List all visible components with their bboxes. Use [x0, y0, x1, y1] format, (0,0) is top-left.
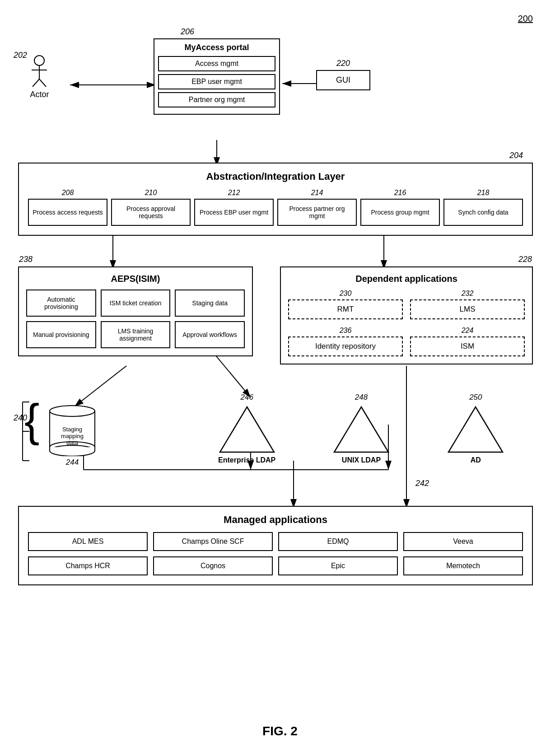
svg-marker-38 — [220, 407, 274, 452]
dep-app-wrap-1: 232 LMS — [410, 290, 525, 319]
abstraction-item-wrap-3: 214 Process partner org mgmt — [277, 189, 357, 226]
abstraction-layer: 204 Abstraction/Integration Layer 208 Pr… — [18, 163, 533, 236]
aeps-item-5: Approval workflows — [175, 321, 245, 348]
actor-label: Actor — [30, 90, 49, 99]
svg-line-15 — [75, 366, 126, 406]
dep-app-wrap-2: 236 Identity repository — [288, 327, 403, 356]
svg-rect-32 — [50, 447, 95, 451]
cylinder-wrap: Staging mapping data 244 — [41, 402, 104, 467]
dep-apps-ref: 228 — [518, 255, 532, 264]
dep-app-ref-0: 230 — [340, 290, 352, 298]
dep-app-wrap-3: 224 ISM — [410, 327, 525, 356]
abstraction-item-3: Process partner org mgmt — [277, 199, 357, 226]
aeps-grid: Automatic provisioning ISM ticket creati… — [26, 290, 245, 348]
abstraction-title: Abstraction/Integration Layer — [28, 171, 523, 182]
managed-apps-container: Managed applications ADL MES Champs Olin… — [18, 506, 533, 585]
aeps-title: AEPS(ISIM) — [26, 274, 245, 284]
managed-item-4: Champs HCR — [28, 556, 148, 575]
svg-line-4 — [39, 79, 46, 87]
abstraction-ref: 204 — [509, 151, 523, 160]
managed-apps-title: Managed applications — [28, 514, 523, 526]
myaccess-item-3: Partner org mgmt — [158, 92, 275, 107]
dep-app-ref-1: 232 — [462, 290, 474, 298]
abstraction-item-ref-5: 218 — [477, 189, 490, 197]
ldap-ad-triangle — [446, 405, 505, 454]
arrows-overlay — [0, 0, 560, 752]
gui-box: GUI — [316, 70, 370, 90]
aeps-item-1: ISM ticket creation — [101, 290, 171, 317]
svg-text:mapping: mapping — [61, 433, 84, 439]
actor-ref: 202 — [14, 51, 27, 60]
ldap-ad: 250 AD — [446, 393, 505, 464]
dep-app-box-3: ISM — [410, 336, 525, 356]
gui-ref: 220 — [316, 59, 370, 68]
actor-icon — [27, 54, 52, 88]
managed-item-0: ADL MES — [28, 532, 148, 551]
managed-apps-grid: ADL MES Champs Oline SCF EDMQ Veeva Cham… — [28, 532, 523, 575]
abstraction-item-ref-3: 214 — [311, 189, 323, 197]
ldap-group-ref: 242 — [415, 479, 429, 488]
abstraction-item-ref-4: 216 — [394, 189, 406, 197]
abstraction-items: 208 Process access requests 210 Process … — [28, 189, 523, 226]
ldap-unix-triangle — [332, 405, 391, 454]
ldap-ad-label: AD — [471, 456, 481, 464]
dep-app-box-0: RMT — [288, 299, 403, 319]
staging-brace: { — [24, 397, 39, 443]
managed-item-7: Memotech — [403, 556, 523, 575]
ldap-enterprise-triangle — [218, 405, 276, 454]
svg-point-0 — [34, 56, 44, 65]
aeps-item-2: Staging data — [175, 290, 245, 317]
ldap-unix-ref: 248 — [355, 393, 368, 402]
diagram-ref: 200 — [518, 14, 533, 24]
dep-app-ref-2: 236 — [340, 327, 352, 335]
svg-marker-40 — [448, 407, 503, 452]
myaccess-title: MyAccess portal — [158, 43, 275, 52]
abstraction-item-2: Process EBP user mgmt — [194, 199, 274, 226]
actor-section: 202 Actor — [27, 54, 52, 99]
myaccess-outer: MyAccess portal Access mgmt EBP user mgm… — [154, 38, 280, 115]
abstraction-item-wrap-5: 218 Synch config data — [443, 189, 523, 226]
abstraction-item-0: Process access requests — [28, 199, 107, 226]
aeps-item-3: Manual provisioning — [26, 321, 96, 348]
abstraction-item-5: Synch config data — [443, 199, 523, 226]
managed-item-3: Veeva — [403, 532, 523, 551]
aeps-ref: 238 — [19, 255, 33, 264]
svg-marker-39 — [334, 407, 388, 452]
abstraction-item-1: Process approval requests — [111, 199, 191, 226]
managed-item-1: Champs Oline SCF — [153, 532, 273, 551]
aeps-item-4: LMS training assignment — [101, 321, 171, 348]
managed-item-5: Cognos — [153, 556, 273, 575]
dep-apps-container: 228 Dependent applications 230 RMT 232 L… — [280, 266, 533, 364]
dep-app-box-2: Identity repository — [288, 336, 403, 356]
myaccess-item-1: Access mgmt — [158, 56, 275, 71]
staging-ref-num: 244 — [41, 458, 104, 467]
managed-item-6: Epic — [278, 556, 398, 575]
gui-container: 220 GUI — [316, 59, 370, 90]
dep-apps-title: Dependent applications — [288, 274, 525, 284]
svg-line-3 — [33, 79, 39, 87]
myaccess-portal: 206 MyAccess portal Access mgmt EBP user… — [154, 27, 280, 115]
abstraction-item-ref-1: 210 — [145, 189, 157, 197]
dep-app-wrap-0: 230 RMT — [288, 290, 403, 319]
aeps-item-0: Automatic provisioning — [26, 290, 96, 317]
dep-app-box-1: LMS — [410, 299, 525, 319]
abstraction-item-wrap-1: 210 Process approval requests — [111, 189, 191, 226]
abstraction-item-wrap-4: 216 Process group mgmt — [360, 189, 440, 226]
diagram-container: 200 202 Actor — [0, 0, 560, 752]
abstraction-item-wrap-0: 208 Process access requests — [28, 189, 107, 226]
ldap-enterprise-ref: 246 — [240, 393, 253, 402]
managed-item-2: EDMQ — [278, 532, 398, 551]
ldap-enterprise-label: Enterprise LDAP — [218, 456, 275, 464]
abstraction-item-ref-2: 212 — [228, 189, 240, 197]
ldap-unix: 248 UNIX LDAP — [332, 393, 391, 464]
aeps-container: 238 AEPS(ISIM) Automatic provisioning IS… — [18, 266, 253, 356]
abstraction-item-ref-0: 208 — [62, 189, 74, 197]
myaccess-item-2: EBP user mgmt — [158, 74, 275, 89]
svg-point-29 — [50, 406, 95, 416]
ldap-ad-ref: 250 — [469, 393, 482, 402]
cylinder-icon: Staging mapping data — [41, 402, 104, 456]
dep-apps-grid: 230 RMT 232 LMS 236 Identity repository … — [288, 290, 525, 356]
fig-caption: FIG. 2 — [0, 724, 560, 738]
svg-text:data: data — [66, 439, 78, 446]
myaccess-ref: 206 — [181, 27, 280, 37]
